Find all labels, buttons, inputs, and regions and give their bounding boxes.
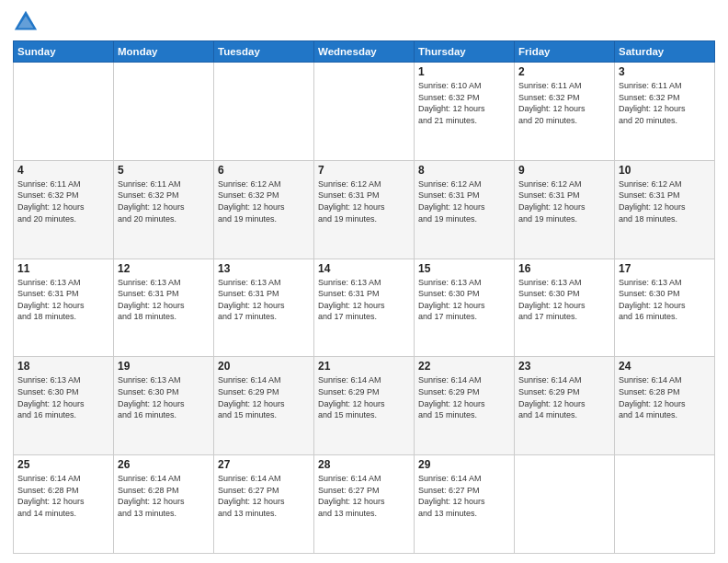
calendar-cell: 23Sunrise: 6:14 AM Sunset: 6:29 PM Dayli… — [515, 357, 615, 455]
day-number: 24 — [619, 360, 711, 373]
calendar-week-2: 4Sunrise: 6:11 AM Sunset: 6:32 PM Daylig… — [14, 160, 715, 259]
day-number: 20 — [218, 360, 310, 373]
day-number: 14 — [318, 262, 410, 275]
calendar-cell: 12Sunrise: 6:13 AM Sunset: 6:31 PM Dayli… — [114, 259, 214, 357]
day-number: 28 — [318, 458, 410, 471]
calendar-header-tuesday: Tuesday — [214, 41, 314, 63]
day-info: Sunrise: 6:10 AM Sunset: 6:32 PM Dayligh… — [418, 80, 510, 126]
day-number: 7 — [318, 164, 410, 177]
calendar-cell — [314, 63, 415, 161]
day-number: 5 — [118, 164, 210, 177]
day-info: Sunrise: 6:11 AM Sunset: 6:32 PM Dayligh… — [17, 178, 109, 224]
calendar-cell: 7Sunrise: 6:12 AM Sunset: 6:31 PM Daylig… — [314, 160, 415, 259]
calendar-week-3: 11Sunrise: 6:13 AM Sunset: 6:31 PM Dayli… — [14, 259, 715, 357]
calendar-header-row: SundayMondayTuesdayWednesdayThursdayFrid… — [14, 41, 715, 63]
day-info: Sunrise: 6:14 AM Sunset: 6:29 PM Dayligh… — [418, 374, 510, 420]
day-number: 13 — [218, 262, 310, 275]
calendar-cell: 4Sunrise: 6:11 AM Sunset: 6:32 PM Daylig… — [14, 160, 114, 259]
day-number: 29 — [418, 458, 510, 471]
calendar-header-wednesday: Wednesday — [314, 41, 415, 63]
day-info: Sunrise: 6:12 AM Sunset: 6:31 PM Dayligh… — [318, 178, 410, 224]
calendar-cell: 26Sunrise: 6:14 AM Sunset: 6:28 PM Dayli… — [114, 455, 214, 554]
calendar-cell: 11Sunrise: 6:13 AM Sunset: 6:31 PM Dayli… — [14, 259, 114, 357]
day-number: 19 — [118, 360, 210, 373]
calendar-cell: 22Sunrise: 6:14 AM Sunset: 6:29 PM Dayli… — [415, 357, 515, 455]
day-info: Sunrise: 6:14 AM Sunset: 6:28 PM Dayligh… — [619, 374, 711, 420]
day-info: Sunrise: 6:11 AM Sunset: 6:32 PM Dayligh… — [518, 80, 610, 126]
day-info: Sunrise: 6:13 AM Sunset: 6:31 PM Dayligh… — [318, 277, 410, 323]
day-number: 27 — [218, 458, 310, 471]
calendar-cell: 13Sunrise: 6:13 AM Sunset: 6:31 PM Dayli… — [214, 259, 314, 357]
calendar-week-5: 25Sunrise: 6:14 AM Sunset: 6:28 PM Dayli… — [14, 455, 715, 554]
day-number: 22 — [418, 360, 510, 373]
calendar-header-thursday: Thursday — [415, 41, 515, 63]
day-number: 23 — [518, 360, 610, 373]
day-info: Sunrise: 6:12 AM Sunset: 6:32 PM Dayligh… — [218, 178, 310, 224]
day-info: Sunrise: 6:14 AM Sunset: 6:29 PM Dayligh… — [218, 374, 310, 420]
day-info: Sunrise: 6:12 AM Sunset: 6:31 PM Dayligh… — [418, 178, 510, 224]
calendar-header-sunday: Sunday — [14, 41, 114, 63]
day-number: 6 — [218, 164, 310, 177]
day-info: Sunrise: 6:11 AM Sunset: 6:32 PM Dayligh… — [619, 80, 711, 126]
day-number: 10 — [619, 164, 711, 177]
logo — [13, 9, 42, 35]
calendar-cell: 17Sunrise: 6:13 AM Sunset: 6:30 PM Dayli… — [615, 259, 715, 357]
logo-icon — [13, 9, 39, 35]
day-number: 8 — [418, 164, 510, 177]
day-number: 2 — [518, 65, 610, 78]
calendar-cell: 29Sunrise: 6:14 AM Sunset: 6:27 PM Dayli… — [415, 455, 515, 554]
calendar-cell: 14Sunrise: 6:13 AM Sunset: 6:31 PM Dayli… — [314, 259, 415, 357]
day-info: Sunrise: 6:13 AM Sunset: 6:30 PM Dayligh… — [418, 277, 510, 323]
calendar-cell: 27Sunrise: 6:14 AM Sunset: 6:27 PM Dayli… — [214, 455, 314, 554]
day-info: Sunrise: 6:12 AM Sunset: 6:31 PM Dayligh… — [518, 178, 610, 224]
day-number: 21 — [318, 360, 410, 373]
calendar-cell: 2Sunrise: 6:11 AM Sunset: 6:32 PM Daylig… — [515, 63, 615, 161]
calendar-cell: 20Sunrise: 6:14 AM Sunset: 6:29 PM Dayli… — [214, 357, 314, 455]
calendar-cell: 21Sunrise: 6:14 AM Sunset: 6:29 PM Dayli… — [314, 357, 415, 455]
calendar-cell: 6Sunrise: 6:12 AM Sunset: 6:32 PM Daylig… — [214, 160, 314, 259]
calendar-cell — [615, 455, 715, 554]
day-info: Sunrise: 6:14 AM Sunset: 6:28 PM Dayligh… — [17, 473, 109, 519]
day-info: Sunrise: 6:12 AM Sunset: 6:31 PM Dayligh… — [619, 178, 711, 224]
calendar-cell — [14, 63, 114, 161]
day-info: Sunrise: 6:14 AM Sunset: 6:27 PM Dayligh… — [318, 473, 410, 519]
page: SundayMondayTuesdayWednesdayThursdayFrid… — [0, 0, 728, 563]
calendar-cell: 9Sunrise: 6:12 AM Sunset: 6:31 PM Daylig… — [515, 160, 615, 259]
day-number: 26 — [118, 458, 210, 471]
calendar-cell: 1Sunrise: 6:10 AM Sunset: 6:32 PM Daylig… — [415, 63, 515, 161]
calendar-cell — [214, 63, 314, 161]
calendar-cell: 18Sunrise: 6:13 AM Sunset: 6:30 PM Dayli… — [14, 357, 114, 455]
day-info: Sunrise: 6:14 AM Sunset: 6:27 PM Dayligh… — [418, 473, 510, 519]
day-info: Sunrise: 6:13 AM Sunset: 6:30 PM Dayligh… — [17, 374, 109, 420]
calendar-cell: 16Sunrise: 6:13 AM Sunset: 6:30 PM Dayli… — [515, 259, 615, 357]
calendar-cell: 15Sunrise: 6:13 AM Sunset: 6:30 PM Dayli… — [415, 259, 515, 357]
day-info: Sunrise: 6:13 AM Sunset: 6:30 PM Dayligh… — [118, 374, 210, 420]
calendar-cell: 24Sunrise: 6:14 AM Sunset: 6:28 PM Dayli… — [615, 357, 715, 455]
calendar-cell: 28Sunrise: 6:14 AM Sunset: 6:27 PM Dayli… — [314, 455, 415, 554]
calendar-header-saturday: Saturday — [615, 41, 715, 63]
calendar-cell: 8Sunrise: 6:12 AM Sunset: 6:31 PM Daylig… — [415, 160, 515, 259]
day-number: 9 — [518, 164, 610, 177]
day-number: 17 — [619, 262, 711, 275]
day-info: Sunrise: 6:14 AM Sunset: 6:29 PM Dayligh… — [518, 374, 610, 420]
calendar-cell — [515, 455, 615, 554]
calendar-header-monday: Monday — [114, 41, 214, 63]
day-number: 4 — [17, 164, 109, 177]
day-number: 18 — [17, 360, 109, 373]
day-info: Sunrise: 6:14 AM Sunset: 6:27 PM Dayligh… — [218, 473, 310, 519]
day-info: Sunrise: 6:13 AM Sunset: 6:31 PM Dayligh… — [218, 277, 310, 323]
calendar-cell: 19Sunrise: 6:13 AM Sunset: 6:30 PM Dayli… — [114, 357, 214, 455]
day-number: 3 — [619, 65, 711, 78]
day-info: Sunrise: 6:13 AM Sunset: 6:31 PM Dayligh… — [118, 277, 210, 323]
calendar-week-4: 18Sunrise: 6:13 AM Sunset: 6:30 PM Dayli… — [14, 357, 715, 455]
calendar-cell: 25Sunrise: 6:14 AM Sunset: 6:28 PM Dayli… — [14, 455, 114, 554]
day-number: 11 — [17, 262, 109, 275]
day-info: Sunrise: 6:14 AM Sunset: 6:29 PM Dayligh… — [318, 374, 410, 420]
day-info: Sunrise: 6:13 AM Sunset: 6:31 PM Dayligh… — [17, 277, 109, 323]
calendar-cell: 5Sunrise: 6:11 AM Sunset: 6:32 PM Daylig… — [114, 160, 214, 259]
calendar-cell: 10Sunrise: 6:12 AM Sunset: 6:31 PM Dayli… — [615, 160, 715, 259]
day-info: Sunrise: 6:14 AM Sunset: 6:28 PM Dayligh… — [118, 473, 210, 519]
calendar-header-friday: Friday — [515, 41, 615, 63]
day-number: 15 — [418, 262, 510, 275]
calendar-cell — [114, 63, 214, 161]
